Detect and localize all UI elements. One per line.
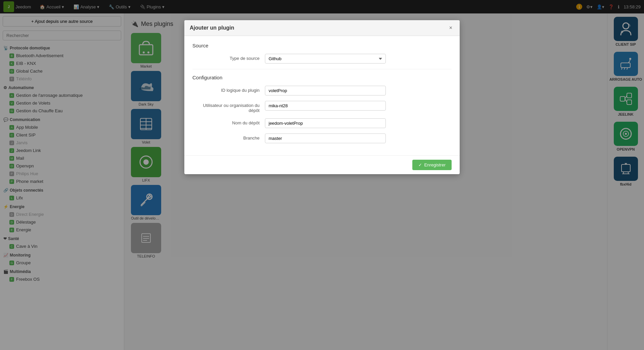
modal-footer: ✓ Enregistrer	[184, 155, 460, 174]
plugin-id-group: ID logique du plugin	[192, 86, 452, 95]
source-select[interactable]: Github Market Local	[265, 54, 386, 64]
branch-group: Branche	[192, 133, 452, 143]
branch-input[interactable]	[265, 133, 386, 143]
source-label: Type de source	[192, 54, 260, 61]
user-org-input[interactable]	[265, 101, 386, 111]
repo-name-input[interactable]	[265, 118, 386, 128]
source-section-title: Source	[192, 43, 452, 48]
checkmark-icon: ✓	[418, 162, 422, 167]
modal-overlay[interactable]: Ajouter un plugin × Source Type de sourc…	[0, 0, 644, 350]
modal-divider	[192, 69, 452, 69]
repo-name-label: Nom du dépôt	[192, 118, 260, 125]
modal-title: Ajouter un plugin	[190, 25, 234, 31]
repo-name-group: Nom du dépôt	[192, 118, 452, 128]
modal-body: Source Type de source Github Market Loca…	[184, 36, 460, 155]
branch-label: Branche	[192, 133, 260, 141]
modal-close-button[interactable]: ×	[447, 24, 454, 32]
save-button[interactable]: ✓ Enregistrer	[412, 160, 452, 170]
plugin-id-input[interactable]	[265, 86, 386, 95]
source-form-group: Type de source Github Market Local	[192, 54, 452, 64]
config-section-title: Configuration	[192, 75, 452, 80]
modal-header: Ajouter un plugin ×	[184, 20, 460, 36]
add-plugin-modal: Ajouter un plugin × Source Type de sourc…	[184, 20, 460, 174]
user-org-group: Utilisateur ou organisation du dépôt	[192, 101, 452, 113]
user-org-label: Utilisateur ou organisation du dépôt	[192, 101, 260, 113]
plugin-id-label: ID logique du plugin	[192, 86, 260, 93]
